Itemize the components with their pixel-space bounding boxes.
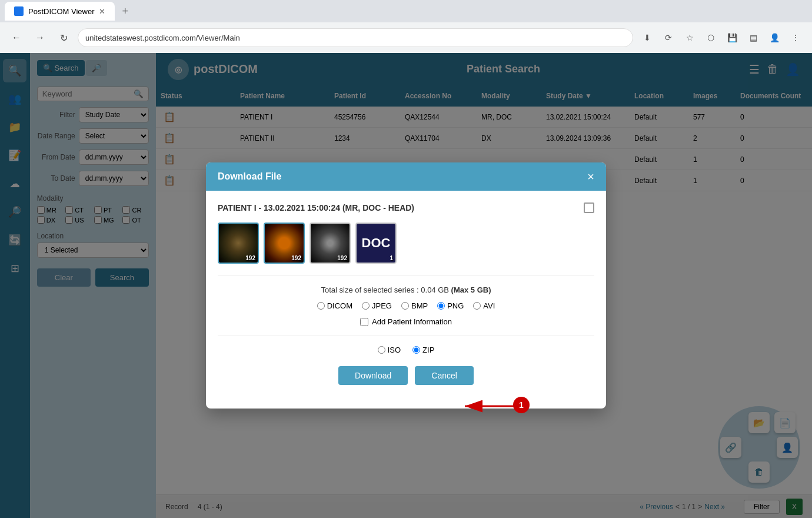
save-icon[interactable]: 💾 bbox=[723, 28, 741, 47]
add-patient-info-label[interactable]: Add Patient Information bbox=[372, 317, 452, 326]
modal-close-button[interactable]: × bbox=[587, 171, 594, 182]
thumbnail-2[interactable]: 192 bbox=[264, 223, 305, 264]
format-jpeg[interactable]: JPEG bbox=[362, 301, 392, 310]
modal-overlay: Download File × PATIENT I - 13.02.2021 1… bbox=[0, 53, 812, 518]
format-png[interactable]: PNG bbox=[437, 301, 464, 310]
add-patient-info-checkbox[interactable] bbox=[360, 318, 368, 326]
refresh-button[interactable]: ↻ bbox=[54, 28, 73, 47]
modal-body: PATIENT I - 13.02.2021 15:00:24 (MR, DOC… bbox=[206, 191, 606, 409]
format-options: DICOM JPEG BMP PNG AVI bbox=[218, 301, 594, 310]
compress-options: ISO ZIP bbox=[218, 346, 594, 354]
browser-chrome: PostDICOM Viewer ✕ + ← → ↻ unitedstatesw… bbox=[0, 0, 812, 53]
url-text: unitedstateswest.postdicom.com/Viewer/Ma… bbox=[85, 34, 240, 42]
cancel-button[interactable]: Cancel bbox=[415, 366, 474, 385]
menu-icon[interactable]: ⋮ bbox=[786, 28, 805, 47]
format-avi[interactable]: AVI bbox=[473, 301, 495, 310]
patient-select-checkbox[interactable] bbox=[584, 202, 594, 213]
bookmark-icon[interactable]: ☆ bbox=[680, 28, 699, 47]
tab-title: PostDICOM Viewer bbox=[28, 7, 94, 16]
modal-footer: Download Cancel bbox=[218, 366, 594, 397]
modal-title: Download File bbox=[218, 171, 281, 182]
nav-icons: ⬇ ⟳ ☆ ⬡ 💾 ▤ 👤 ⋮ bbox=[638, 28, 805, 47]
thumbnail-3[interactable]: 192 bbox=[310, 223, 351, 264]
compress-zip[interactable]: ZIP bbox=[412, 346, 434, 354]
forward-button[interactable]: → bbox=[31, 28, 49, 47]
thumbnail-1[interactable]: 192 bbox=[218, 223, 259, 264]
divider-2 bbox=[218, 336, 594, 336]
download-modal: Download File × PATIENT I - 13.02.2021 1… bbox=[206, 162, 606, 409]
format-bmp[interactable]: BMP bbox=[401, 301, 428, 310]
compress-iso[interactable]: ISO bbox=[378, 346, 401, 354]
download-icon[interactable]: ⬇ bbox=[638, 28, 657, 47]
divider-1 bbox=[218, 275, 594, 276]
browser-nav: ← → ↻ unitedstateswest.postdicom.com/Vie… bbox=[0, 22, 812, 53]
thumbnail-count-1: 192 bbox=[245, 255, 255, 261]
favicon bbox=[14, 6, 24, 16]
browser-tab-active[interactable]: PostDICOM Viewer ✕ bbox=[5, 2, 115, 21]
patient-info-check: Add Patient Information bbox=[218, 317, 594, 326]
patient-title: PATIENT I - 13.02.2021 15:00:24 (MR, DOC… bbox=[218, 203, 414, 212]
thumbnail-count-3: 192 bbox=[337, 255, 347, 261]
new-tab-button[interactable]: + bbox=[117, 3, 133, 20]
format-dicom[interactable]: DICOM bbox=[317, 301, 352, 310]
patient-header: PATIENT I - 13.02.2021 15:00:24 (MR, DOC… bbox=[218, 202, 594, 213]
series-thumbnails: 192 192 192 DOC 1 bbox=[218, 223, 594, 264]
sidebar-toggle-icon[interactable]: ▤ bbox=[744, 28, 763, 47]
size-text: Total size of selected series : 0.04 GB bbox=[321, 285, 449, 294]
browser-tabs: PostDICOM Viewer ✕ + bbox=[0, 0, 812, 22]
thumbnail-4[interactable]: DOC 1 bbox=[355, 223, 397, 264]
download-button[interactable]: Download bbox=[338, 366, 408, 385]
tab-close-button[interactable]: ✕ bbox=[99, 7, 105, 16]
profile-icon[interactable]: 👤 bbox=[765, 28, 784, 47]
extensions-icon[interactable]: ⬡ bbox=[701, 28, 720, 47]
modal-header: Download File × bbox=[206, 162, 606, 191]
size-max: (Max 5 GB) bbox=[451, 285, 491, 294]
thumbnail-count-4: 1 bbox=[390, 255, 393, 261]
thumbnail-count-2: 192 bbox=[291, 255, 301, 261]
size-info: Total size of selected series : 0.04 GB … bbox=[218, 285, 594, 294]
translate-icon[interactable]: ⟳ bbox=[659, 28, 678, 47]
url-bar[interactable]: unitedstateswest.postdicom.com/Viewer/Ma… bbox=[78, 28, 633, 47]
back-button[interactable]: ← bbox=[7, 28, 26, 47]
